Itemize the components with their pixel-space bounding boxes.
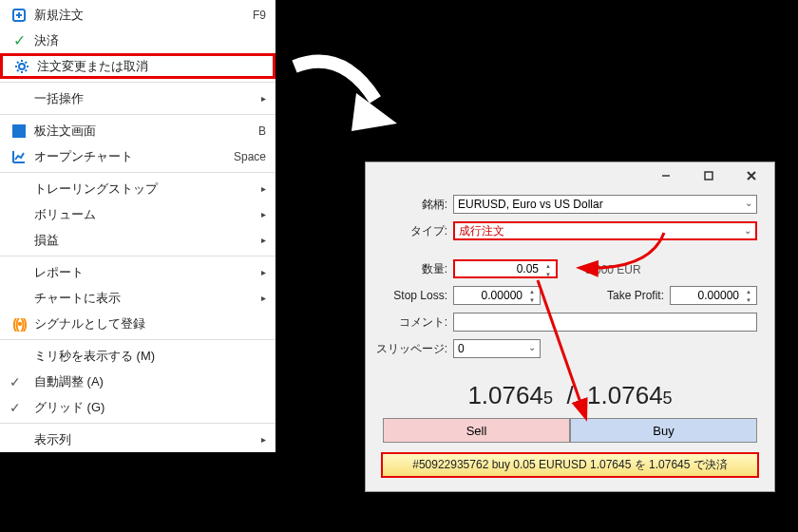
chart-icon xyxy=(8,149,30,164)
menu-item-report[interactable]: レポート xyxy=(0,259,276,285)
maximize-button[interactable] xyxy=(687,164,730,187)
menu-label: 表示列 xyxy=(30,431,256,448)
status-bar: #50922935762 buy 0.05 EURUSD 1.07645 を 1… xyxy=(381,452,759,478)
minimize-button[interactable] xyxy=(644,164,687,187)
svg-point-1 xyxy=(19,64,25,69)
menu-label: 一括操作 xyxy=(30,90,256,107)
menu-label: グリッド (G) xyxy=(30,399,266,416)
depth-icon xyxy=(8,124,30,139)
menu-separator xyxy=(0,114,276,115)
menu-separator xyxy=(0,339,276,340)
menu-item-show-on-chart[interactable]: チャートに表示 xyxy=(0,285,276,311)
svg-rect-5 xyxy=(15,133,23,135)
menu-label: ミリ秒を表示する (M) xyxy=(30,348,266,365)
spinner-icon[interactable]: ▲▼ xyxy=(525,288,539,305)
slippage-label: スリッページ: xyxy=(366,341,453,357)
sl-input[interactable]: 0.00000▲▼ xyxy=(453,286,541,305)
menu-item-milliseconds[interactable]: ミリ秒を表示する (M) xyxy=(0,343,276,369)
menu-label: 新規注文 xyxy=(30,7,253,24)
symbol-label: 銘柄: xyxy=(366,197,453,213)
menu-label: レポート xyxy=(30,264,256,281)
menu-hotkey: F9 xyxy=(253,9,266,22)
close-button[interactable] xyxy=(730,164,772,187)
type-label: タイプ: xyxy=(366,223,453,239)
chevron-down-icon: ⌄ xyxy=(528,342,536,352)
spinner-icon[interactable]: ▲▼ xyxy=(542,262,555,279)
menu-label: 自動調整 (A) xyxy=(30,373,266,390)
menu-item-modify-cancel[interactable]: 注文変更または取消 xyxy=(0,53,276,79)
comment-input[interactable] xyxy=(453,313,757,332)
menu-item-trailing[interactable]: トレーリングストップ xyxy=(0,176,276,201)
menu-label: 損益 xyxy=(30,232,256,249)
symbol-select[interactable]: EURUSD, Euro vs US Dollar⌄ xyxy=(453,195,757,214)
menu-label: シグナルとして登録 xyxy=(30,315,266,332)
order-dialog: 銘柄: EURUSD, Euro vs US Dollar⌄ タイプ: 成行注文… xyxy=(365,162,775,492)
menu-label: チャートに表示 xyxy=(30,290,256,307)
menu-item-depth[interactable]: 板注文画面 B xyxy=(0,118,276,143)
menu-label: 注文変更または取消 xyxy=(33,58,263,75)
menu-hotkey: Space xyxy=(234,150,266,163)
volume-input[interactable]: 0.05▲▼ xyxy=(453,259,558,278)
type-select[interactable]: 成行注文⌄ xyxy=(453,221,757,240)
menu-separator xyxy=(0,82,276,83)
menu-item-autofit[interactable]: 自動調整 (A) xyxy=(0,369,276,394)
sell-button[interactable]: Sell xyxy=(383,418,570,443)
menu-item-open-chart[interactable]: オープンチャート Space xyxy=(0,143,276,169)
gear-icon xyxy=(10,59,33,74)
menu-separator xyxy=(0,172,276,173)
volume-currency-label: 5 000 EUR xyxy=(585,263,641,276)
svg-rect-6 xyxy=(705,172,712,180)
tp-input[interactable]: 0.00000▲▼ xyxy=(670,286,757,305)
sl-label: Stop Loss: xyxy=(366,289,453,302)
menu-label: 決済 xyxy=(30,32,266,49)
menu-label: ボリューム xyxy=(30,206,256,223)
tp-label: Take Profit: xyxy=(607,289,670,302)
new-order-icon xyxy=(8,8,30,23)
guide-arrow-icon xyxy=(285,48,399,162)
context-menu: 新規注文 F9 ✓ 決済 注文変更または取消 一括操作 板注文画面 B オープン… xyxy=(0,0,276,452)
volume-label: 数量: xyxy=(366,261,453,277)
menu-hotkey: B xyxy=(258,124,266,138)
svg-rect-3 xyxy=(15,127,23,129)
menu-item-close-position[interactable]: ✓ 決済 xyxy=(0,28,276,53)
check-green-icon: ✓ xyxy=(8,31,30,49)
menu-item-volume[interactable]: ボリューム xyxy=(0,201,276,227)
menu-separator xyxy=(0,423,276,424)
menu-item-grid[interactable]: グリッド (G) xyxy=(0,394,276,420)
menu-label: オープンチャート xyxy=(30,148,234,165)
chevron-down-icon: ⌄ xyxy=(744,225,751,236)
menu-separator xyxy=(0,256,276,256)
menu-item-bulk[interactable]: 一括操作 xyxy=(0,86,276,111)
spinner-icon[interactable]: ▲▼ xyxy=(742,288,755,305)
slippage-select[interactable]: 0⌄ xyxy=(453,339,541,358)
menu-label: トレーリングストップ xyxy=(30,180,256,198)
menu-item-pnl[interactable]: 損益 xyxy=(0,227,276,253)
comment-label: コメント: xyxy=(366,314,453,331)
price-quote: 1.07645 / 1.07645 xyxy=(366,364,774,414)
menu-item-register-signal[interactable]: ((•)) シグナルとして登録 xyxy=(0,311,276,336)
buy-button[interactable]: Buy xyxy=(570,418,757,443)
menu-label: 板注文画面 xyxy=(30,123,258,140)
chevron-down-icon: ⌄ xyxy=(745,198,752,208)
menu-item-new-order[interactable]: 新規注文 F9 xyxy=(0,2,276,28)
svg-rect-4 xyxy=(15,130,23,132)
menu-item-columns[interactable]: 表示列 xyxy=(0,427,276,452)
titlebar xyxy=(366,162,774,189)
signal-icon: ((•)) xyxy=(8,316,30,332)
